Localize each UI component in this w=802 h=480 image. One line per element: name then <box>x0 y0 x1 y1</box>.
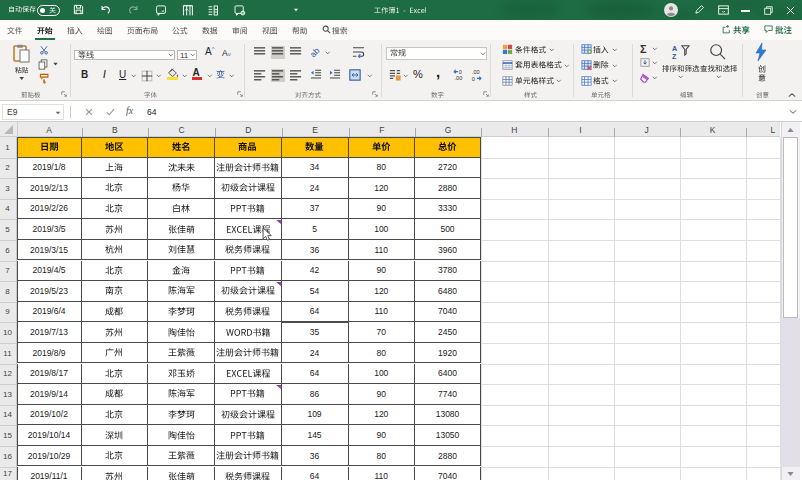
svg-text:0: 0 <box>472 75 475 80</box>
svg-text:ab: ab <box>311 46 322 58</box>
svg-text:A: A <box>672 45 677 53</box>
svg-text:Z: Z <box>672 53 677 60</box>
svg-text:.00: .00 <box>455 75 463 81</box>
svg-text:.00: .00 <box>472 69 480 75</box>
svg-text:0: 0 <box>459 69 462 75</box>
